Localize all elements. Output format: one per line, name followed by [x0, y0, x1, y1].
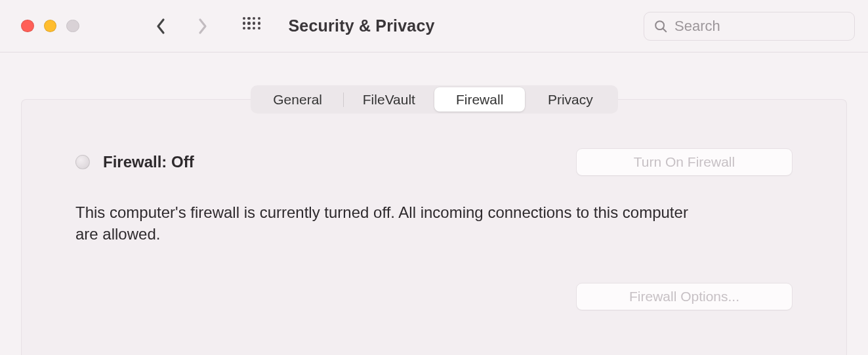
zoom-window-button[interactable]: [66, 20, 79, 33]
button-label: Turn On Firewall: [634, 154, 735, 170]
grid-dot-icon: [258, 27, 261, 30]
firewall-status-label: Firewall: Off: [103, 153, 194, 171]
window-title: Security & Privacy: [289, 16, 435, 35]
back-button[interactable]: [155, 18, 167, 35]
grid-dot-icon: [258, 17, 261, 20]
close-window-button[interactable]: [21, 20, 34, 33]
search-input[interactable]: [674, 18, 845, 35]
tab-general[interactable]: General: [253, 87, 343, 112]
titlebar: Security & Privacy: [0, 0, 868, 52]
show-all-button[interactable]: [243, 17, 261, 35]
tab-firewall[interactable]: Firewall: [434, 87, 525, 112]
button-label: Firewall Options...: [629, 289, 739, 304]
status-indicator-icon: [75, 155, 90, 169]
minimize-window-button[interactable]: [44, 20, 57, 33]
search-box[interactable]: [644, 12, 855, 41]
firewall-description: This computer's firewall is currently tu…: [75, 202, 705, 245]
firewall-status-row: Firewall: Off Turn On Firewall: [75, 148, 793, 176]
grid-dot-icon: [247, 22, 251, 25]
grid-dot-icon: [258, 22, 261, 25]
tab-bar: General FileVault Firewall Privacy: [251, 85, 618, 114]
tab-label: FileVault: [363, 92, 415, 108]
grid-dot-icon: [243, 17, 246, 20]
content-panel: Firewall: Off Turn On Firewall This comp…: [21, 99, 847, 355]
chevron-right-icon: [197, 18, 208, 35]
grid-dot-icon: [243, 27, 246, 30]
tab-label: Firewall: [456, 92, 503, 108]
tab-privacy[interactable]: Privacy: [525, 87, 615, 112]
search-icon: [653, 19, 668, 33]
firewall-options-button[interactable]: Firewall Options...: [576, 283, 793, 310]
tab-label: General: [273, 92, 322, 108]
tab-filevault[interactable]: FileVault: [344, 87, 434, 112]
turn-on-firewall-button[interactable]: Turn On Firewall: [576, 148, 793, 176]
nav-arrows: [155, 18, 209, 35]
traffic-lights: [21, 20, 79, 33]
grid-dot-icon: [253, 22, 256, 25]
grid-dot-icon: [247, 27, 251, 30]
forward-button[interactable]: [197, 18, 209, 35]
svg-line-1: [663, 28, 666, 31]
tab-label: Privacy: [548, 92, 593, 108]
grid-dot-icon: [243, 22, 246, 25]
chevron-left-icon: [155, 18, 166, 35]
grid-dot-icon: [253, 27, 256, 30]
grid-dot-icon: [253, 17, 256, 20]
grid-dot-icon: [247, 17, 251, 20]
